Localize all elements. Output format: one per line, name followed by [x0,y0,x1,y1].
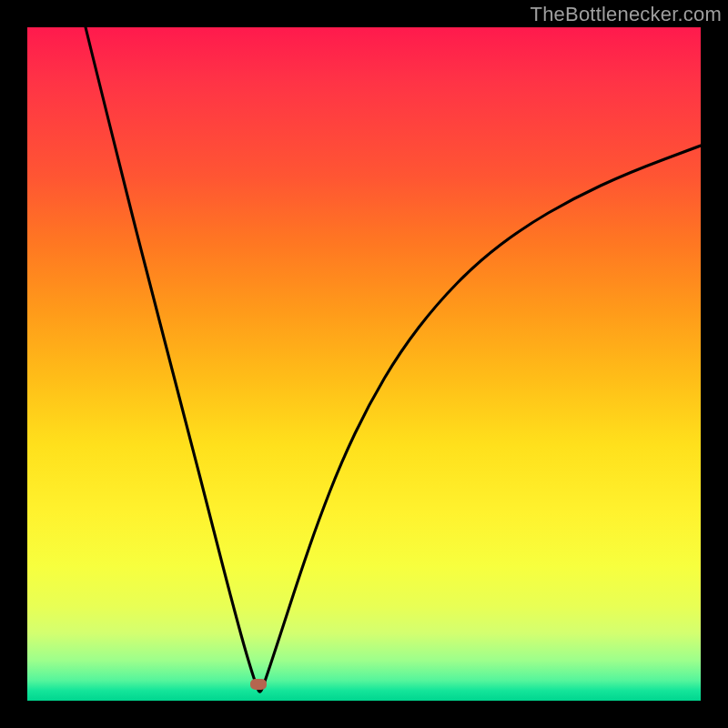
watermark-text: TheBottlenecker.com [531,3,722,26]
v-curve-path [86,27,701,692]
plot-area [27,27,701,701]
optimal-point-marker [250,679,267,690]
chart-frame: TheBottlenecker.com [0,0,728,728]
bottleneck-curve [27,27,701,701]
